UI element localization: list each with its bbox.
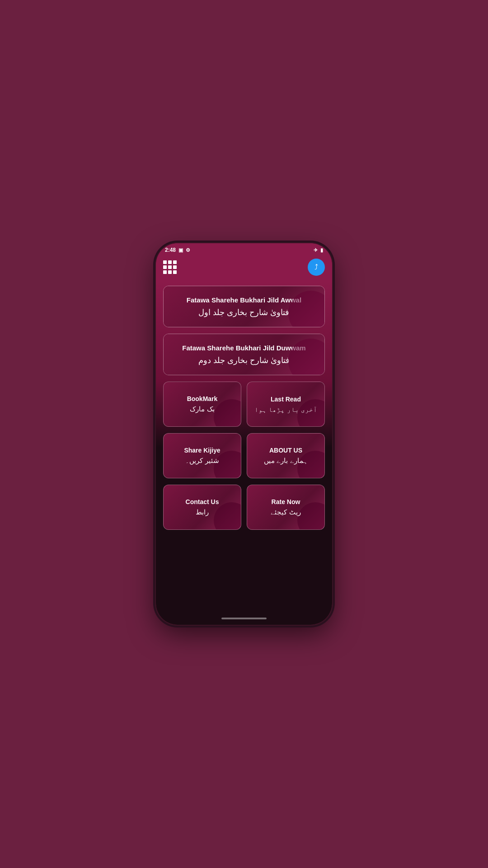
home-indicator <box>156 614 332 625</box>
home-bar <box>221 618 267 619</box>
rate-now-label-ur: ریٹ کیجئے <box>271 508 300 516</box>
last-read-button[interactable]: Last Read آخری بار پڑھا ہوا <box>247 382 325 427</box>
about-us-button[interactable]: ABOUT US ہمارے بارے میں <box>247 433 325 478</box>
status-right: ✈ ▮ <box>314 247 323 253</box>
bookmark-button[interactable]: BookMark بک مارک <box>163 382 241 427</box>
about-us-label-en: ABOUT US <box>269 447 302 454</box>
menu-icon[interactable] <box>163 260 177 274</box>
about-us-label-ur: ہمارے بارے میں <box>264 457 307 465</box>
grid-buttons-row-3: Contact Us رابط Rate Now ریٹ کیجئے <box>163 485 325 530</box>
last-read-label-ur: آخری بار پڑھا ہوا <box>254 406 317 413</box>
battery-icon: ▮ <box>320 247 323 253</box>
share-kijiye-label-ur: شئیر کریں۔ <box>185 457 219 465</box>
status-time: 2:48 <box>165 247 176 253</box>
contact-us-label-en: Contact Us <box>186 498 219 505</box>
airplane-icon: ✈ <box>314 247 318 253</box>
book-card-jild-duwwam[interactable]: Fatawa Sharehe Bukhari Jild Duwwam فتاوی… <box>163 334 325 375</box>
status-bar: 2:48 ▣ ⚙ ✈ ▮ <box>156 243 332 255</box>
rate-now-label-en: Rate Now <box>272 498 300 505</box>
rate-now-button[interactable]: Rate Now ریٹ کیجئے <box>247 485 325 530</box>
book-title-ur-1: فتاویٰ شارح بخاری جلد اول <box>198 307 289 317</box>
bookmark-label-en: BookMark <box>187 395 218 402</box>
grid-buttons-row-2: Share Kijiye شئیر کریں۔ ABOUT US ہمارے ب… <box>163 433 325 478</box>
contact-us-label-ur: رابط <box>196 508 209 516</box>
share-kijiye-button[interactable]: Share Kijiye شئیر کریں۔ <box>163 433 241 478</box>
share-button[interactable]: ⤴ <box>308 259 325 276</box>
status-left: 2:48 ▣ ⚙ <box>165 247 190 253</box>
settings-icon: ⚙ <box>186 247 190 253</box>
book-title-ur-2: فتاویٰ شارح بخاری جلد دوم <box>198 355 290 365</box>
grid-buttons-row-1: BookMark بک مارک Last Read آخری بار پڑھا… <box>163 382 325 427</box>
phone-frame: 2:48 ▣ ⚙ ✈ ▮ ⤴ <box>156 243 332 625</box>
bookmark-label-ur: بک مارک <box>190 405 214 413</box>
screen: 2:48 ▣ ⚙ ✈ ▮ ⤴ <box>156 243 332 625</box>
last-read-label-en: Last Read <box>271 396 301 403</box>
book-title-en-2: Fatawa Sharehe Bukhari Jild Duwwam <box>182 344 305 352</box>
content-area: Fatawa Sharehe Bukhari Jild Awwal فتاویٰ… <box>156 281 332 614</box>
header: ⤴ <box>156 255 332 281</box>
sim-icon: ▣ <box>178 247 183 253</box>
share-icon: ⤴ <box>314 263 318 271</box>
contact-us-button[interactable]: Contact Us رابط <box>163 485 241 530</box>
book-card-jild-awwal[interactable]: Fatawa Sharehe Bukhari Jild Awwal فتاویٰ… <box>163 286 325 327</box>
book-title-en-1: Fatawa Sharehe Bukhari Jild Awwal <box>187 296 301 304</box>
share-kijiye-label-en: Share Kijiye <box>184 447 220 454</box>
